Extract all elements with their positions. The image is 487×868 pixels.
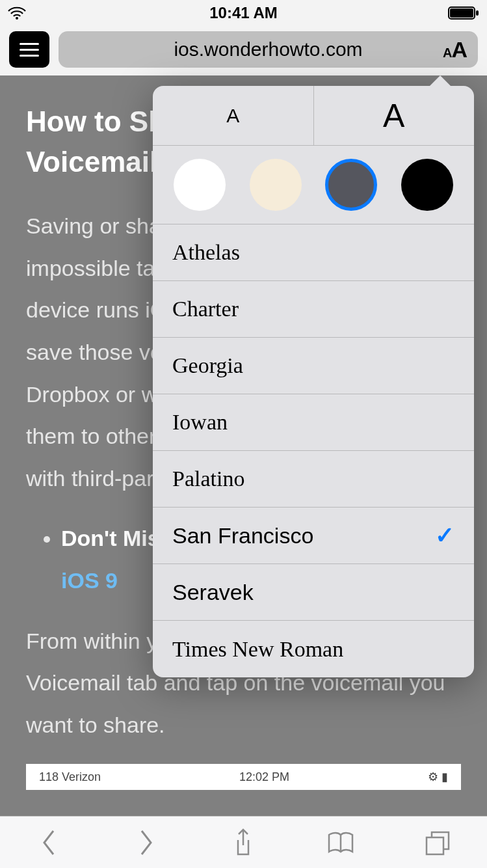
forward-button[interactable]	[125, 822, 167, 863]
font-label: Athelas	[172, 240, 240, 265]
wifi-icon	[8, 7, 26, 20]
bottom-toolbar	[0, 816, 487, 868]
font-label: Iowan	[172, 410, 228, 435]
font-option-palatino[interactable]: Palatino	[153, 451, 474, 508]
font-option-times-new-roman[interactable]: Times New Roman	[153, 621, 474, 677]
tabs-icon	[424, 830, 453, 856]
text-size-row: A A	[153, 86, 474, 146]
svg-rect-7	[427, 837, 443, 854]
font-option-charter[interactable]: Charter	[153, 281, 474, 338]
svg-rect-2	[450, 8, 473, 18]
theme-gray[interactable]	[325, 159, 377, 211]
status-right	[448, 6, 479, 20]
status-time: 10:41 AM	[209, 4, 277, 22]
svg-rect-3	[476, 10, 479, 16]
font-label: Seravek	[172, 580, 254, 605]
status-bar: 10:41 AM	[0, 0, 487, 26]
chevron-right-icon	[138, 828, 155, 857]
book-icon	[326, 830, 355, 856]
decrease-text-size-button[interactable]: A	[153, 86, 314, 146]
reader-text-size-button[interactable]: A A	[443, 37, 467, 62]
font-option-san-francisco[interactable]: San Francisco ✓	[153, 508, 474, 564]
theme-sepia[interactable]	[250, 159, 302, 211]
reader-settings-popover: A A Athelas Charter Georgia Iowan Palati…	[153, 86, 474, 677]
share-button[interactable]	[222, 822, 264, 863]
font-option-iowan[interactable]: Iowan	[153, 394, 474, 451]
font-option-georgia[interactable]: Georgia	[153, 338, 474, 394]
checkmark-icon: ✓	[435, 522, 454, 549]
inset-carrier: 118 Verizon	[39, 766, 101, 788]
bookmarks-button[interactable]	[320, 822, 362, 863]
increase-text-size-button[interactable]: A	[314, 86, 475, 146]
battery-icon	[448, 6, 479, 20]
font-label: Palatino	[172, 467, 244, 491]
inset-icons: ⚙︎ ▮	[428, 766, 448, 788]
theme-black[interactable]	[401, 159, 453, 211]
theme-white[interactable]	[174, 159, 226, 211]
svg-point-0	[16, 17, 18, 20]
embedded-screenshot-statusbar: 118 Verizon 12:02 PM ⚙︎ ▮	[26, 764, 461, 790]
address-field[interactable]: ios.wonderhowto.com A A	[59, 31, 478, 68]
share-icon	[230, 827, 256, 858]
theme-row	[153, 146, 474, 224]
font-label: Georgia	[172, 353, 243, 378]
font-label: San Francisco	[172, 523, 313, 549]
url-text: ios.wonderhowto.com	[174, 38, 362, 61]
font-option-seravek[interactable]: Seravek	[153, 564, 474, 621]
inset-time: 12:02 PM	[239, 766, 289, 788]
tabs-button[interactable]	[417, 822, 459, 863]
font-option-athelas[interactable]: Athelas	[153, 224, 474, 281]
font-label: Times New Roman	[172, 637, 343, 662]
small-a-icon: A	[443, 46, 452, 61]
menu-button[interactable]	[9, 31, 49, 68]
chevron-left-icon	[40, 828, 57, 857]
font-label: Charter	[172, 297, 239, 321]
status-left	[8, 7, 26, 20]
font-list: Athelas Charter Georgia Iowan Palatino S…	[153, 224, 474, 677]
back-button[interactable]	[28, 822, 70, 863]
big-a-icon: A	[451, 37, 467, 62]
address-bar-row: ios.wonderhowto.com A A	[0, 26, 487, 78]
